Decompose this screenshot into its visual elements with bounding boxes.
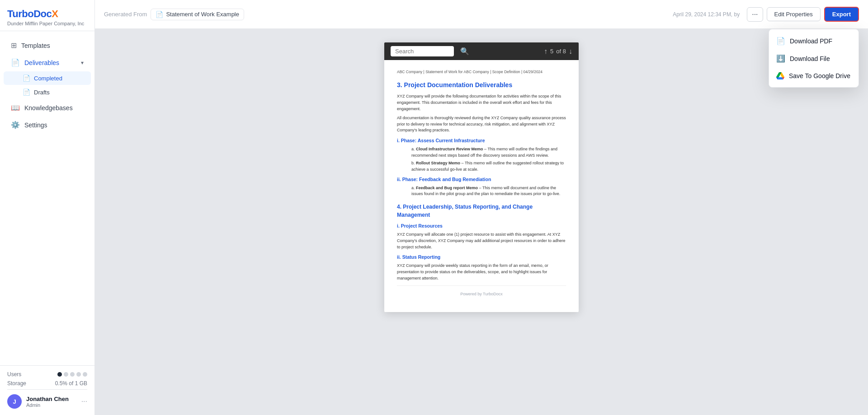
- document-footer: Powered by TurboDocx: [397, 285, 566, 301]
- storage-usage-row: Storage 0.5% of 1 GB: [7, 380, 87, 387]
- section-3ii-item-a: a. Feedback and Bug report Memo – This m…: [397, 185, 566, 197]
- source-doc-chip[interactable]: 📄 Statement of Work Example: [151, 9, 244, 20]
- app-logo: TurboDocX: [7, 8, 87, 20]
- sidebar-sub-item-label: Completed: [34, 75, 62, 82]
- users-label: Users: [7, 371, 21, 378]
- section-4-heading: 4. Project Leadership, Status Reporting,…: [397, 203, 566, 219]
- dot-1: [57, 372, 62, 377]
- save-gdrive-item[interactable]: Save To Google Drive: [769, 67, 859, 84]
- dot-5: [83, 372, 87, 377]
- section-3-para-1: XYZ Company will provide the following d…: [397, 93, 566, 112]
- deliverables-sub-items: 📄 Completed 📄 Drafts: [0, 71, 94, 99]
- download-file-label: Download File: [790, 55, 830, 62]
- sidebar-item-settings[interactable]: ⚙️ Settings: [4, 117, 91, 133]
- storage-label: Storage: [7, 380, 26, 387]
- sidebar-item-templates[interactable]: ⊞ Templates: [4, 37, 91, 54]
- document-toolbar: 🔍 ↑ 5 of 8 ↓: [384, 42, 579, 60]
- page-total: of 8: [556, 48, 566, 55]
- more-options-button[interactable]: ···: [747, 7, 763, 22]
- sidebar-item-label: Templates: [21, 42, 50, 49]
- page-navigation: ↑ 5 of 8 ↓: [544, 47, 572, 56]
- dot-3: [70, 372, 75, 377]
- generated-from-label: Generated From: [104, 11, 147, 18]
- drafts-icon: 📄: [23, 89, 30, 96]
- knowledgebases-icon: 📖: [11, 103, 20, 112]
- viewer-area[interactable]: 🔍 ↑ 5 of 8 ↓ ABC Company | Statement of …: [95, 29, 868, 415]
- search-button[interactable]: 🔍: [458, 47, 471, 56]
- section-3i-item-a: a. Cloud Infrastructure Review Memo – Th…: [397, 146, 566, 159]
- edit-properties-button[interactable]: Edit Properties: [767, 7, 821, 21]
- page-current: 5: [550, 48, 553, 55]
- company-name: Dunder Mifflin Paper Company, Inc: [7, 21, 87, 26]
- document-meta: ABC Company | Statement of Work for ABC …: [397, 69, 566, 75]
- item-a-label: Cloud Infrastructure Review Memo: [416, 147, 483, 151]
- export-dropdown-menu: 📄 Download PDF ⬇️ Download File Save To …: [769, 29, 859, 88]
- topbar-actions: April 29, 2024 12:34 PM, by ··· Edit Pro…: [673, 7, 859, 22]
- document-container: 🔍 ↑ 5 of 8 ↓ ABC Company | Statement of …: [384, 42, 579, 312]
- chevron-down-icon: ▾: [81, 60, 84, 66]
- page-up-button[interactable]: ↑: [544, 47, 547, 56]
- sidebar-item-completed[interactable]: 📄 Completed: [4, 71, 91, 85]
- dot-2: [64, 372, 68, 377]
- sidebar-item-deliverables[interactable]: 📄 Deliverables ▾: [4, 54, 91, 71]
- sidebar-nav: ⊞ Templates 📄 Deliverables ▾ 📄 Completed…: [0, 31, 94, 365]
- section-3-heading: 3. Project Documentation Deliverables: [397, 80, 566, 90]
- templates-icon: ⊞: [11, 41, 17, 50]
- sidebar-item-label: Settings: [24, 121, 47, 129]
- doc-chip-icon: 📄: [156, 11, 163, 18]
- sidebar-item-label: Knowledgebases: [24, 104, 73, 112]
- sidebar-footer: Users Storage 0.5% of 1 GB J Jonathan Ch…: [0, 365, 94, 415]
- section-3ii-heading: ii. Phase: Feedback and Bug Remediation: [397, 176, 566, 183]
- sidebar-item-label: Deliverables: [24, 59, 59, 66]
- download-file-item[interactable]: ⬇️ Download File: [769, 50, 859, 67]
- source-doc-name: Statement of Work Example: [166, 11, 239, 18]
- download-pdf-item[interactable]: 📄 Download PDF: [769, 32, 859, 50]
- user-more-icon[interactable]: ···: [81, 397, 87, 406]
- completed-icon: 📄: [23, 75, 30, 82]
- section-3i-item-b: b. Rollout Strategy Memo – This memo wil…: [397, 160, 566, 173]
- item-c-label: Feedback and Bug report Memo: [416, 186, 478, 190]
- export-button[interactable]: Export: [824, 7, 859, 22]
- users-usage-row: Users: [7, 371, 87, 378]
- settings-icon: ⚙️: [11, 121, 20, 129]
- topbar: Generated From 📄 Statement of Work Examp…: [95, 0, 868, 29]
- section-3-para-2: All documentation is thoroughly reviewed…: [397, 115, 566, 134]
- sidebar-sub-item-label: Drafts: [34, 89, 50, 96]
- section-4ii-heading: ii. Status Reporting: [397, 254, 566, 261]
- section-4i-heading: i. Project Resources: [397, 223, 566, 230]
- item-b-label: Rollout Strategy Memo: [416, 161, 460, 165]
- timestamp: April 29, 2024 12:34 PM, by: [673, 11, 740, 18]
- avatar: J: [7, 394, 22, 409]
- file-icon: ⬇️: [776, 54, 785, 63]
- sidebar-item-knowledgebases[interactable]: 📖 Knowledgebases: [4, 99, 91, 116]
- breadcrumb-area: Generated From 📄 Statement of Work Examp…: [104, 9, 667, 20]
- user-row[interactable]: J Jonathan Chen Admin ···: [7, 389, 87, 410]
- gdrive-icon: [776, 72, 784, 80]
- section-3i-heading: i. Phase: Assess Current Infrastructure: [397, 137, 566, 145]
- document-search-input[interactable]: [391, 46, 454, 56]
- user-role: Admin: [26, 402, 77, 408]
- storage-value: 0.5% of 1 GB: [55, 380, 87, 387]
- user-name: Jonathan Chen: [26, 396, 77, 402]
- download-pdf-label: Download PDF: [790, 37, 832, 45]
- logo-accent: X: [52, 8, 58, 19]
- save-gdrive-label: Save To Google Drive: [789, 72, 850, 79]
- sidebar-item-drafts[interactable]: 📄 Drafts: [4, 85, 91, 99]
- usage-dots: [57, 372, 87, 377]
- section-4i-para: XYZ Company will allocate one (1) projec…: [397, 232, 566, 251]
- main-content: Generated From 📄 Statement of Work Examp…: [95, 0, 868, 415]
- pdf-icon: 📄: [776, 37, 785, 45]
- dot-4: [76, 372, 81, 377]
- logo-area: TurboDocX Dunder Mifflin Paper Company, …: [0, 0, 94, 31]
- document-content: ABC Company | Statement of Work for ABC …: [384, 60, 579, 312]
- page-down-button[interactable]: ↓: [569, 47, 572, 56]
- sidebar: TurboDocX Dunder Mifflin Paper Company, …: [0, 0, 95, 415]
- deliverables-icon: 📄: [11, 58, 20, 67]
- section-4ii-para: XYZ Company will provide weekly status r…: [397, 263, 566, 282]
- user-info: Jonathan Chen Admin: [26, 396, 77, 408]
